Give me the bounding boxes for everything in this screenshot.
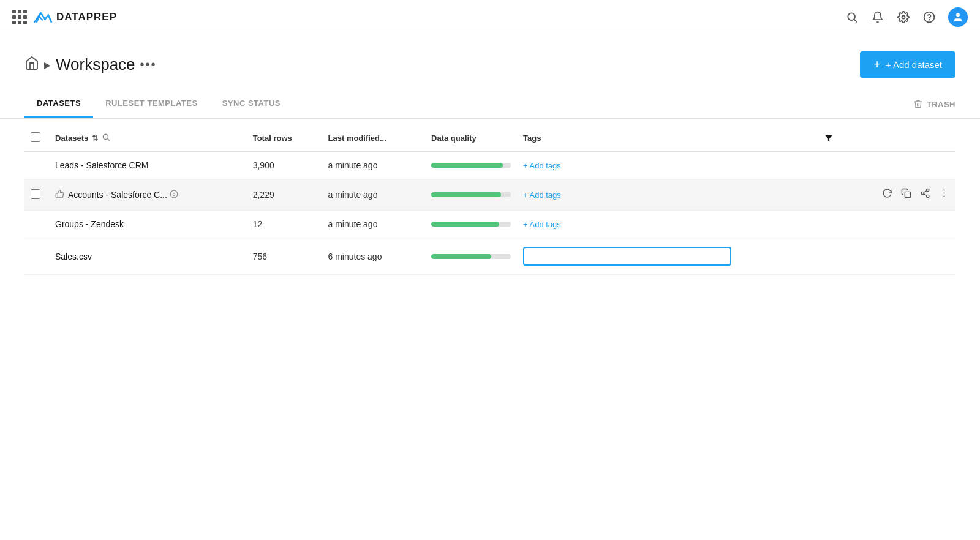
svg-point-6 [104, 134, 108, 139]
tab-ruleset-templates[interactable]: RULESET TEMPLATES [93, 90, 210, 118]
plus-icon: + [873, 58, 881, 72]
gear-icon[interactable] [897, 10, 910, 24]
row-checkbox-cell [24, 238, 49, 275]
table-row: Sales.csv7566 minutes ago [24, 238, 956, 275]
svg-line-1 [854, 19, 858, 22]
copy-icon[interactable] [901, 188, 911, 201]
svg-point-2 [902, 15, 905, 18]
add-dataset-label: + Add dataset [886, 59, 942, 70]
tabs: DATASETS RULESET TEMPLATES SYNC STATUS [24, 90, 293, 118]
dataset-name-text[interactable]: Groups - Zendesk [55, 219, 124, 229]
svg-rect-12 [905, 192, 910, 197]
logo-icon [33, 7, 53, 27]
topnav-left: DATAPREP [12, 7, 845, 27]
table-row: Groups - Zendesk12a minute ago+ Add tags [24, 211, 956, 238]
row-total-rows: 3,900 [247, 152, 322, 179]
table-area: Datasets ⇅ Total rows Last modified... D… [0, 125, 980, 275]
svg-point-0 [848, 13, 855, 20]
info-icon[interactable] [170, 190, 178, 200]
more-options-icon[interactable] [939, 188, 949, 201]
tab-sync-status[interactable]: SYNC STATUS [210, 90, 293, 118]
row-dataset-name: Groups - Zendesk [49, 211, 247, 238]
th-actions [839, 125, 956, 152]
svg-line-17 [924, 191, 927, 193]
bell-icon[interactable] [871, 10, 884, 24]
filter-icon[interactable] [824, 134, 833, 143]
breadcrumb: ▶ Workspace ••• [24, 55, 157, 74]
th-data-quality: Data quality [425, 125, 517, 152]
th-datasets: Datasets ⇅ [49, 125, 247, 152]
row-total-rows: 12 [247, 211, 322, 238]
row-tags: + Add tags [517, 152, 839, 179]
sort-icon[interactable]: ⇅ [92, 134, 98, 143]
th-checkbox [24, 125, 49, 152]
avatar[interactable] [948, 7, 968, 27]
svg-point-20 [943, 195, 944, 197]
tab-datasets[interactable]: DATASETS [24, 90, 93, 118]
svg-line-16 [924, 194, 927, 196]
trash-label: TRASH [927, 100, 956, 109]
table-row: Accounts - Salesforce C...2,229a minute … [24, 179, 956, 211]
trash-button[interactable]: TRASH [913, 99, 956, 109]
tag-input[interactable] [523, 247, 731, 266]
help-icon[interactable] [922, 10, 936, 24]
add-tags-button[interactable]: + Add tags [523, 220, 561, 229]
row-tags: + Add tags [517, 179, 839, 211]
row-last-modified: a minute ago [322, 179, 425, 211]
row-checkbox-cell [24, 211, 49, 238]
row-total-rows: 2,229 [247, 179, 322, 211]
datasets-table: Datasets ⇅ Total rows Last modified... D… [24, 125, 956, 275]
add-dataset-button[interactable]: + + Add dataset [860, 51, 956, 78]
dataset-name-text[interactable]: Accounts - Salesforce C... [68, 190, 167, 200]
row-last-modified: a minute ago [322, 211, 425, 238]
grid-menu-icon[interactable] [12, 10, 27, 24]
row-checkbox-cell [24, 152, 49, 179]
topnav-right [845, 7, 968, 27]
row-last-modified: a minute ago [322, 152, 425, 179]
column-search-icon[interactable] [102, 133, 110, 143]
row-actions-cell [839, 152, 956, 179]
svg-point-19 [943, 192, 944, 193]
breadcrumb-arrow: ▶ [44, 60, 51, 70]
add-tags-button[interactable]: + Add tags [523, 190, 561, 200]
row-total-rows: 756 [247, 238, 322, 275]
svg-line-7 [108, 139, 110, 141]
row-dataset-name: Leads - Salesforce CRM [49, 152, 247, 179]
row-actions [845, 188, 949, 201]
tag-input-container [523, 247, 833, 266]
row-data-quality [425, 179, 517, 211]
th-total-rows: Total rows [247, 125, 322, 152]
table-row: Leads - Salesforce CRM3,900a minute ago+… [24, 152, 956, 179]
add-tags-button[interactable]: + Add tags [523, 161, 561, 170]
logo-container: DATAPREP [33, 7, 117, 27]
row-actions-cell [839, 238, 956, 275]
th-tags: Tags [517, 125, 839, 152]
topnav: DATAPREP [0, 0, 980, 34]
dataset-name-text[interactable]: Leads - Salesforce CRM [55, 160, 149, 170]
row-data-quality [425, 152, 517, 179]
search-icon[interactable] [845, 10, 859, 24]
refresh-icon[interactable] [882, 188, 892, 201]
share-icon[interactable] [920, 188, 930, 201]
trash-icon [913, 99, 923, 109]
row-actions-cell [839, 211, 956, 238]
row-data-quality [425, 238, 517, 275]
th-last-modified: Last modified... [322, 125, 425, 152]
row-tags [517, 238, 839, 275]
tabs-area: DATASETS RULESET TEMPLATES SYNC STATUS T… [0, 90, 980, 119]
svg-marker-8 [825, 135, 832, 141]
thumb-up-icon [55, 189, 64, 200]
breadcrumb-more-button[interactable]: ••• [140, 58, 157, 72]
home-icon[interactable] [24, 56, 39, 74]
logo-text: DATAPREP [56, 11, 117, 23]
svg-point-15 [927, 195, 929, 197]
row-checkbox[interactable] [31, 189, 40, 199]
select-all-checkbox[interactable] [31, 132, 40, 142]
svg-point-5 [956, 13, 960, 17]
row-tags: + Add tags [517, 211, 839, 238]
dataset-name-text[interactable]: Sales.csv [55, 252, 92, 261]
row-actions-cell [839, 179, 956, 211]
breadcrumb-area: ▶ Workspace ••• + + Add dataset [0, 34, 980, 90]
row-dataset-name: Sales.csv [49, 238, 247, 275]
th-datasets-label: Datasets [55, 133, 88, 143]
